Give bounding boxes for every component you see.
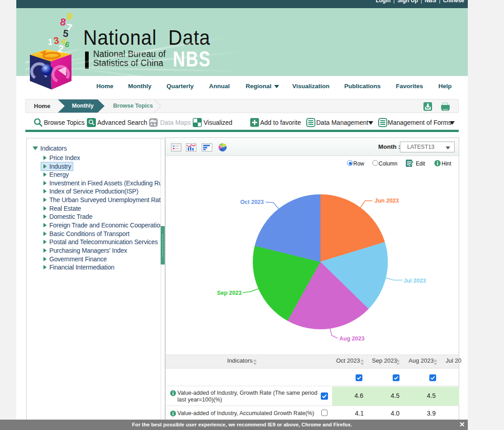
svg-text:1: 1 (48, 38, 52, 47)
svg-text:Jun 2023: Jun 2023 (375, 198, 399, 204)
svg-text:Sep 2023: Sep 2023 (217, 290, 242, 296)
svg-text:Jul 2023: Jul 2023 (404, 278, 426, 284)
svg-text:Oct 2023: Oct 2023 (240, 199, 264, 205)
svg-text:Aug 2023: Aug 2023 (339, 335, 365, 342)
svg-text:8: 8 (59, 16, 67, 28)
svg-text:9: 9 (66, 10, 74, 22)
